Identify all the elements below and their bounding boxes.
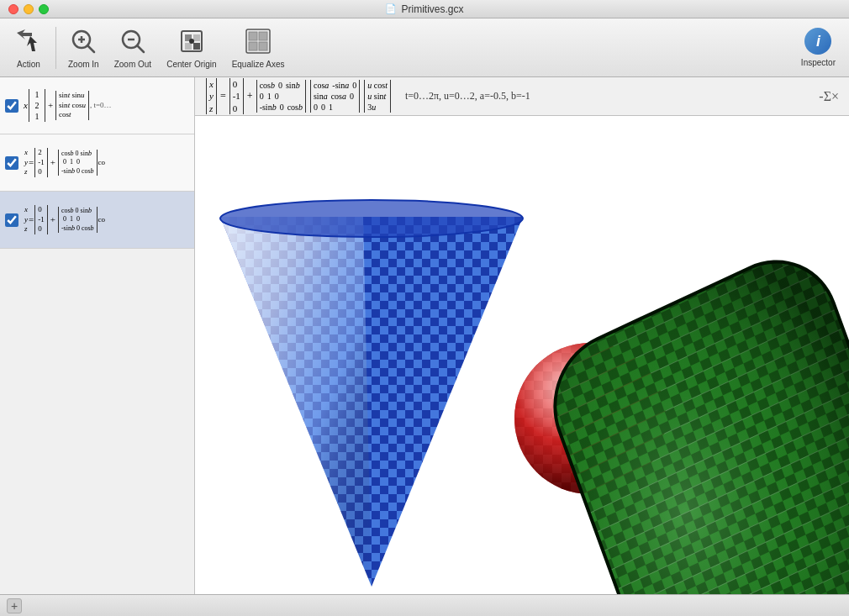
inspector-label: Inspector <box>801 58 836 67</box>
zoom-in-button[interactable]: Zoom In <box>61 23 106 72</box>
canvas-area[interactable]: x y z = 0 -1 0 + cosb0sinb 010 -sinb0cos <box>195 77 849 594</box>
window-title: 📄 Primitives.gcx <box>385 3 463 15</box>
center-origin-button[interactable]: Center Origin <box>160 23 223 72</box>
svg-line-5 <box>87 45 94 52</box>
equation-formula-1: x 1 2 1 + sint sinu sint cosu cost , t=0… <box>24 89 191 122</box>
toolbar: Action Zoom In Zoom Out <box>0 18 849 77</box>
equation-row-3[interactable]: x y z = 0 -1 0 + cosb 0 sinb 0 1 0 -s <box>0 192 194 249</box>
equation-content-3: x y z = 0 -1 0 + cosb 0 sinb 0 1 0 -s <box>22 203 192 236</box>
svg-line-8 <box>137 45 144 52</box>
equalize-axes-icon <box>243 26 273 56</box>
center-origin-icon-svg <box>177 26 207 56</box>
window-controls[interactable] <box>8 4 49 14</box>
cone-shape <box>195 183 548 594</box>
toolbar-sep-1 <box>55 27 56 69</box>
svg-rect-11 <box>193 34 200 41</box>
cylinder-shape <box>508 213 849 594</box>
center-origin-icon <box>177 26 207 56</box>
svg-rect-19 <box>259 42 267 50</box>
equation-content-2: x y z = 2 -1 0 + cosb 0 sinb 0 1 0 -s <box>22 146 192 179</box>
file-icon: 📄 <box>385 3 397 14</box>
equalize-axes-button[interactable]: Equalize Axes <box>225 23 292 72</box>
header-formula: x y z = 0 -1 0 + cosb0sinb 010 -sinb0cos <box>205 78 819 114</box>
svg-rect-13 <box>193 43 200 50</box>
equation-checkbox-2[interactable] <box>5 156 18 170</box>
svg-point-14 <box>189 39 194 44</box>
zoom-in-icon-svg <box>68 26 98 56</box>
header-params: t=0…2π, u=0…2, a=-0.5, b=-1 <box>405 90 530 103</box>
zoom-out-label: Zoom Out <box>114 60 151 69</box>
svg-marker-26 <box>220 217 372 587</box>
equation-checkbox-3[interactable] <box>5 213 18 227</box>
zoom-out-icon-svg <box>118 26 148 56</box>
add-equation-button[interactable]: + <box>7 598 22 613</box>
equation-list: x 1 2 1 + sint sinu sint cosu cost , t=0… <box>0 77 195 594</box>
equation-checkbox-1[interactable] <box>5 99 18 113</box>
main-area: x 1 2 1 + sint sinu sint cosu cost , t=0… <box>0 77 849 594</box>
equation-row-1[interactable]: x 1 2 1 + sint sinu sint cosu cost , t=0… <box>0 77 194 134</box>
action-icon <box>13 26 44 56</box>
equation-header: x y z = 0 -1 0 + cosb0sinb 010 -sinb0cos <box>195 77 849 116</box>
zoom-in-icon <box>68 26 98 56</box>
action-button[interactable]: Action <box>7 23 50 72</box>
equation-formula-3: x y z = 0 -1 0 + cosb 0 sinb 0 1 0 -s <box>24 205 191 234</box>
zoom-out-button[interactable]: Zoom Out <box>108 23 158 72</box>
sigma-button[interactable]: -Σ× <box>819 89 839 104</box>
zoom-in-label: Zoom In <box>68 60 99 69</box>
action-icon-svg <box>13 26 44 56</box>
equation-content-1: x 1 2 1 + sint sinu sint cosu cost , t=0… <box>22 87 192 124</box>
equation-formula-2: x y z = 2 -1 0 + cosb 0 sinb 0 1 0 -s <box>24 148 191 177</box>
svg-rect-18 <box>249 42 257 50</box>
close-button[interactable] <box>8 4 18 14</box>
equalize-axes-label: Equalize Axes <box>232 60 285 69</box>
action-label: Action <box>17 60 40 69</box>
equalize-axes-icon-svg <box>243 26 273 56</box>
svg-rect-17 <box>259 32 267 40</box>
svg-marker-1 <box>27 36 37 51</box>
svg-rect-16 <box>249 32 257 40</box>
3d-scene[interactable] <box>195 116 849 594</box>
inspector-icon: i <box>804 28 831 55</box>
center-origin-label: Center Origin <box>166 60 216 69</box>
maximize-button[interactable] <box>39 4 49 14</box>
statusbar: + <box>0 594 849 616</box>
minimize-button[interactable] <box>24 4 34 14</box>
inspector-button[interactable]: i Inspector <box>794 24 842 71</box>
zoom-out-icon <box>118 26 148 56</box>
titlebar: 📄 Primitives.gcx <box>0 0 849 18</box>
svg-rect-12 <box>185 43 192 50</box>
equation-row-2[interactable]: x y z = 2 -1 0 + cosb 0 sinb 0 1 0 -s <box>0 134 194 192</box>
